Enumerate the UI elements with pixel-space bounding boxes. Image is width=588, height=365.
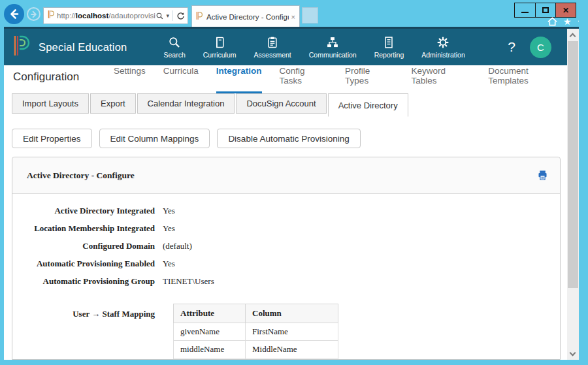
address-bar[interactable]: http://localhost/adautoprovision.asp ▾ xyxy=(43,7,188,24)
field-value: (default) xyxy=(163,241,192,251)
back-arrow-icon xyxy=(8,8,20,20)
new-tab-button[interactable] xyxy=(302,7,318,24)
field-label: Automatic Provisioning Enabled xyxy=(12,259,155,269)
nav-item-assessment[interactable]: Assessment xyxy=(254,36,291,59)
printer-icon xyxy=(537,170,548,181)
table-row: givenName FirstName xyxy=(174,323,338,341)
scrollbar-thumb[interactable] xyxy=(568,41,578,288)
forward-arrow-icon xyxy=(30,10,38,18)
panel-body: Active Directory Integrated Yes Location… xyxy=(12,194,560,360)
tab-curricula[interactable]: Curricula xyxy=(163,66,199,93)
tab-close-icon[interactable]: × xyxy=(291,13,295,21)
field-value: Yes xyxy=(163,223,175,234)
gear-icon xyxy=(436,36,449,49)
tab-config-tasks[interactable]: Config Tasks xyxy=(280,66,328,93)
clipboard-icon xyxy=(266,36,279,49)
user-staff-mapping: User → Staff Mapping Attribute Column gi… xyxy=(12,304,560,360)
url-dropdown-icon[interactable]: ▾ xyxy=(166,12,169,19)
edit-column-mappings-button[interactable]: Edit Column Mappings xyxy=(99,129,210,148)
disable-automatic-provisioning-button[interactable]: Disable Automatic Provisioning xyxy=(217,129,360,148)
refresh-icon[interactable] xyxy=(176,12,185,20)
window-controls: ✕ xyxy=(514,3,576,18)
configuration-tabs: Settings Curricula Integration Config Ta… xyxy=(114,66,567,93)
field-row: Location Membership Integrated Yes xyxy=(12,223,560,234)
divider xyxy=(172,10,173,21)
subtab-calendar-integration[interactable]: Calendar Integration xyxy=(137,93,235,114)
help-button[interactable]: ? xyxy=(508,39,515,55)
powerschool-logo xyxy=(13,35,30,59)
scroll-up-icon[interactable] xyxy=(570,31,576,37)
nav-label: Assessment xyxy=(254,51,291,59)
subtab-import-layouts[interactable]: Import Layouts xyxy=(12,93,89,114)
field-value: Yes xyxy=(163,259,175,269)
site-favicon xyxy=(48,10,55,22)
tab-integration[interactable]: Integration xyxy=(216,66,262,93)
report-document-icon xyxy=(382,36,395,49)
maximize-button[interactable] xyxy=(535,3,555,17)
subtab-active-directory[interactable]: Active Directory xyxy=(328,93,408,117)
search-icon xyxy=(168,36,181,49)
tab-keyword-tables[interactable]: Keyword Tables xyxy=(411,66,470,93)
tab-document-templates[interactable]: Document Templates xyxy=(488,66,567,93)
nav-label: Search xyxy=(164,51,186,59)
nav-label: Administration xyxy=(421,51,465,59)
cell-column: MiddleName xyxy=(246,341,338,358)
nav-item-curriculum[interactable]: Curriculum xyxy=(203,36,237,59)
field-label: Configured Domain xyxy=(12,241,155,251)
nav-label: Curriculum xyxy=(203,51,237,59)
nav-item-administration[interactable]: Administration xyxy=(421,36,465,59)
tab-profile-types[interactable]: Profile Types xyxy=(345,66,393,93)
mapping-table: Attribute Column givenName FirstName mid… xyxy=(173,304,338,360)
forward-button[interactable] xyxy=(27,7,41,21)
cell-attribute: givenName xyxy=(174,323,246,341)
browser-tab[interactable]: Active Directory - Configure × xyxy=(191,5,300,27)
back-button[interactable] xyxy=(4,4,24,24)
nav-label: Communication xyxy=(309,51,357,59)
user-avatar[interactable]: C xyxy=(530,37,551,58)
main-nav: Search Curriculum Assessment xyxy=(164,36,465,59)
browser-window: http://localhost/adautoprovision.asp ▾ xyxy=(0,0,588,365)
nav-label: Reporting xyxy=(374,51,404,59)
tab-settings[interactable]: Settings xyxy=(114,66,146,93)
integration-subtabs: Import Layouts Export Calendar Integrati… xyxy=(4,93,567,118)
mapping-label: User → Staff Mapping xyxy=(12,304,155,360)
tab-title: Active Directory - Configure xyxy=(206,13,289,21)
search-url-icon[interactable] xyxy=(155,12,164,20)
close-button[interactable]: ✕ xyxy=(555,3,576,17)
book-icon xyxy=(213,36,226,49)
url-host: localhost xyxy=(76,12,108,20)
window-frame-left xyxy=(0,0,4,365)
tab-favicon xyxy=(196,11,203,23)
window-frame-bottom xyxy=(0,360,588,365)
print-button[interactable] xyxy=(537,170,548,181)
minimize-button[interactable] xyxy=(515,3,535,17)
subtab-docusign-account[interactable]: DocuSign Account xyxy=(236,93,326,114)
field-value: Yes xyxy=(163,206,175,216)
nav-item-communication[interactable]: Communication xyxy=(309,36,357,59)
action-buttons: Edit Properties Edit Column Mappings Dis… xyxy=(4,118,567,148)
home-icon[interactable] xyxy=(547,17,557,26)
column-header-attribute: Attribute xyxy=(174,304,246,323)
subtab-export[interactable]: Export xyxy=(90,93,136,114)
edit-properties-button[interactable]: Edit Properties xyxy=(12,129,92,148)
page-content: Configuration Settings Curricula Integra… xyxy=(4,65,567,360)
field-row: Automatic Provisioning Group TIENET\User… xyxy=(12,276,560,287)
panel-title: Active Directory - Configure xyxy=(27,170,537,181)
sitemap-icon xyxy=(326,36,339,49)
field-label: Automatic Provisioning Group xyxy=(12,276,155,287)
table-header-row: Attribute Column xyxy=(174,304,338,323)
url-text: http://localhost/adautoprovision.asp xyxy=(57,12,155,20)
field-label: Active Directory Integrated xyxy=(12,206,155,216)
nav-item-reporting[interactable]: Reporting xyxy=(374,36,404,59)
field-row: Configured Domain (default) xyxy=(12,241,560,251)
window-frame-right xyxy=(579,0,588,365)
maximize-icon xyxy=(542,7,549,13)
app-header: Special Education Search Curriculum xyxy=(4,29,567,65)
panel-header: Active Directory - Configure xyxy=(12,157,560,194)
scroll-down-icon[interactable] xyxy=(570,351,576,356)
page-title: Configuration xyxy=(13,71,79,84)
field-row: Automatic Provisioning Enabled Yes xyxy=(12,259,560,269)
nav-item-search[interactable]: Search xyxy=(164,36,186,59)
favorites-icon[interactable]: ★ xyxy=(563,17,572,26)
vertical-scrollbar[interactable] xyxy=(567,29,579,360)
